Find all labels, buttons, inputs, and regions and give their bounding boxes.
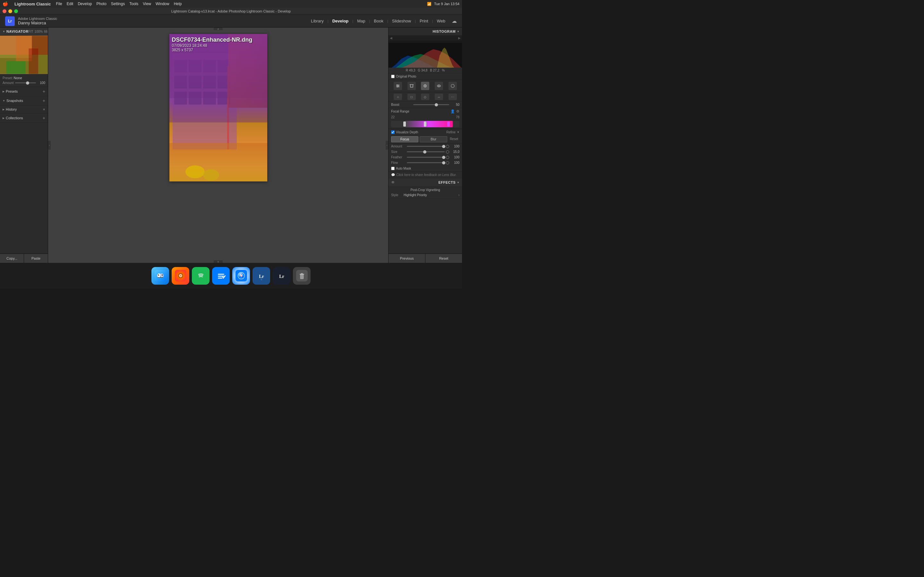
adjustments-tool-icon[interactable] (394, 82, 402, 90)
cloud-sync-icon[interactable]: ☁ (452, 18, 457, 24)
refine-triangle-icon[interactable]: ▼ (457, 131, 459, 134)
dock-lightroom-classic[interactable]: Lr C (252, 267, 270, 285)
blur-button[interactable]: Blur (420, 136, 447, 142)
focus-button[interactable]: Focus (391, 136, 418, 142)
reset-link[interactable]: Reset (449, 136, 459, 142)
menu-tools[interactable]: Tools (129, 2, 138, 6)
histogram-highlight-clip-icon[interactable]: ▶ (458, 36, 461, 40)
nav-print[interactable]: Print (417, 17, 431, 25)
presets-add-icon[interactable]: + (43, 89, 45, 94)
photo-info: DSCF0734-Enhanced-NR.dng 07/09/2023 18:2… (172, 37, 252, 52)
amount-slider[interactable] (15, 82, 36, 83)
amount-slider-end[interactable] (446, 145, 449, 148)
nav-book[interactable]: Book (371, 17, 386, 25)
top-collapse-arrow[interactable]: ∧ (214, 27, 223, 30)
amount-mask-track[interactable] (407, 146, 445, 147)
menu-develop[interactable]: Develop (78, 2, 92, 6)
nav-map[interactable]: Map (355, 17, 368, 25)
feather-mask-thumb[interactable] (442, 156, 445, 159)
circle-mask-icon[interactable]: ○ (394, 93, 402, 100)
menu-edit[interactable]: Edit (67, 2, 73, 6)
flow-mask-track[interactable] (407, 162, 445, 163)
snapshots-add-icon[interactable]: + (43, 98, 45, 103)
dock-trash[interactable] (293, 267, 310, 285)
crop-tool-icon[interactable] (407, 82, 416, 90)
dock-lightroom[interactable]: Lr (273, 267, 290, 285)
reset-button[interactable]: Reset (425, 254, 462, 263)
histogram-shadow-clip-icon[interactable]: ◀ (390, 36, 393, 40)
minimize-window-button[interactable] (8, 9, 12, 13)
feather-slider-end[interactable] (446, 156, 449, 159)
feedback-text[interactable]: Click here to share feedback on Lens Blu… (396, 173, 457, 177)
menu-window[interactable]: Window (156, 2, 170, 6)
collections-section[interactable]: ▶ Collections + (0, 113, 48, 123)
paste-button[interactable]: Paste (24, 254, 48, 263)
history-section[interactable]: ▶ History ✕ (0, 105, 48, 113)
navigator-fit-controls[interactable]: FIT 100% 66.7% (29, 30, 48, 33)
range-max-thumb[interactable] (447, 121, 450, 127)
nav-develop[interactable]: Develop (330, 17, 351, 25)
copy-button[interactable]: Copy... (0, 254, 24, 263)
style-dropdown-icon[interactable]: › (459, 193, 459, 197)
snapshots-section[interactable]: ▼ Snapshots + (0, 96, 48, 105)
zoom-100[interactable]: 100% (35, 30, 43, 33)
menu-view[interactable]: View (143, 2, 151, 6)
menu-photo[interactable]: Photo (96, 2, 106, 6)
range-slider-track[interactable] (391, 121, 459, 127)
flow-slider-end[interactable] (446, 161, 449, 164)
linear-mask-icon[interactable]: □ (407, 93, 416, 100)
dock-launchpad[interactable] (172, 267, 189, 285)
nav-web[interactable]: Web (435, 17, 448, 25)
visualize-depth-checkbox[interactable] (391, 131, 395, 134)
focal-settings-icon[interactable]: ⚙ (456, 109, 459, 113)
nav-slideshow[interactable]: Slideshow (389, 17, 414, 25)
dock-tasks[interactable] (212, 267, 230, 285)
previous-button[interactable]: Previous (389, 254, 425, 263)
traffic-lights[interactable] (3, 9, 18, 13)
auto-mask-checkbox[interactable] (391, 167, 395, 170)
healing-tool-icon[interactable] (421, 82, 429, 90)
presets-section[interactable]: ▶ Presets + (0, 87, 48, 96)
focal-person-icon[interactable]: 👤 (451, 109, 455, 113)
zoom-667[interactable]: 66.7% (44, 30, 48, 33)
history-close-icon[interactable]: ✕ (43, 108, 45, 111)
dock-safari[interactable] (232, 267, 250, 285)
menu-settings[interactable]: Settings (111, 2, 125, 6)
apple-logo-icon[interactable]: 🍎 (3, 1, 8, 6)
size-slider-end[interactable] (446, 150, 449, 153)
red-eye-tool-icon[interactable] (435, 82, 443, 90)
amount-slider-thumb[interactable] (26, 81, 29, 85)
navigator-header[interactable]: ▼ Navigator FIT 100% 66.7% (0, 27, 48, 35)
dock-finder[interactable] (152, 267, 169, 285)
nav-library[interactable]: Library (309, 17, 326, 25)
maximize-window-button[interactable] (14, 9, 18, 13)
boost-slider-track[interactable] (413, 104, 449, 105)
range-mid-thumb[interactable] (424, 121, 426, 127)
boost-slider-thumb[interactable] (435, 103, 438, 106)
menu-file[interactable]: File (56, 2, 62, 6)
amount-mask-thumb[interactable] (442, 145, 445, 148)
menu-help[interactable]: Help (174, 2, 182, 6)
left-collapse-arrow[interactable]: ‹ (48, 141, 51, 150)
flow-mask-thumb[interactable] (442, 161, 445, 164)
effects-eye-icon[interactable]: 👁 (391, 180, 395, 185)
effects-header[interactable]: 👁 Effects ▼ (389, 178, 462, 187)
size-mask-thumb[interactable] (423, 150, 426, 153)
refine-label[interactable]: Refine (446, 131, 456, 134)
dock-spotify[interactable] (192, 267, 210, 285)
color-range-icon[interactable]: ↔ (435, 93, 443, 100)
collections-triangle-icon: ▶ (3, 117, 5, 119)
more-masks-icon[interactable]: ⋯ (449, 93, 457, 100)
fit-label[interactable]: FIT (29, 30, 33, 33)
histogram-header[interactable]: Histogram ▼ (389, 27, 462, 35)
bottom-collapse-arrow[interactable]: ∨ (214, 260, 223, 263)
close-window-button[interactable] (3, 9, 6, 13)
collections-add-icon[interactable]: + (43, 115, 45, 121)
original-photo-checkbox[interactable] (391, 75, 395, 78)
masking-tool-icon[interactable] (449, 82, 457, 90)
range-mask-icon[interactable]: ◇ (421, 93, 429, 100)
range-min-thumb[interactable] (403, 121, 406, 127)
size-mask-track[interactable] (407, 151, 445, 152)
right-collapse-arrow[interactable]: › (386, 141, 388, 150)
feather-mask-track[interactable] (407, 157, 445, 158)
